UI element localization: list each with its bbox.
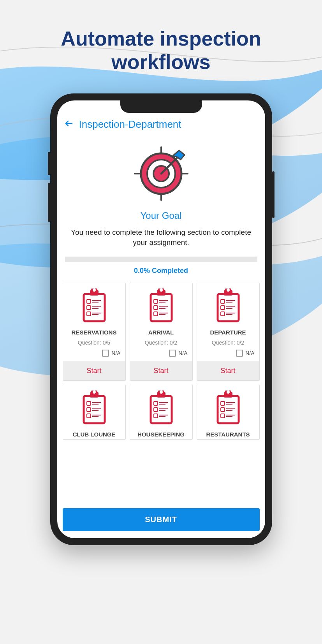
phone-side-button — [272, 171, 274, 218]
card-title: RESERVATIONS — [72, 329, 117, 336]
svg-point-49 — [92, 391, 97, 394]
clipboard-icon — [148, 289, 175, 324]
svg-point-25 — [159, 289, 164, 292]
section-card[interactable]: RESERVATIONSQuestion: 0/5 N/A Start — [63, 283, 126, 381]
submit-bar: SUBMIT — [63, 508, 260, 531]
svg-point-73 — [226, 391, 231, 394]
na-label: N/A — [178, 350, 187, 356]
section-card[interactable]: RESTAURANTS — [197, 385, 260, 440]
cards-container: RESERVATIONSQuestion: 0/5 N/A Start ARRI… — [57, 283, 265, 504]
hero-title: Automate inspection workflows — [0, 0, 322, 74]
clipboard-icon — [215, 289, 242, 324]
card-title: CLUB LOUNGE — [73, 431, 116, 439]
clipboard-icon — [215, 391, 242, 426]
card-question-count: Question: 0/2 — [145, 340, 177, 346]
card-na-row: N/A — [130, 350, 192, 361]
card-question-count: Question: 0/5 — [78, 340, 110, 346]
page-title: Inspection-Department — [79, 118, 181, 130]
card-na-row: N/A — [197, 350, 259, 361]
section-card[interactable]: CLUB LOUNGE — [63, 385, 126, 440]
na-label: N/A — [245, 350, 254, 356]
submit-button[interactable]: SUBMIT — [63, 508, 260, 531]
phone-frame: Inspection-Department Your Goal You need… — [50, 93, 272, 545]
card-na-row: N/A — [63, 350, 125, 361]
card-question-count: Question: 0/2 — [212, 340, 244, 346]
back-arrow-icon[interactable] — [64, 118, 74, 131]
card-title: HOUSEKEEPING — [137, 431, 185, 439]
na-checkbox[interactable] — [102, 350, 109, 357]
na-checkbox[interactable] — [236, 350, 243, 357]
phone-screen: Inspection-Department Your Goal You need… — [57, 100, 265, 538]
phone-notch — [120, 100, 202, 113]
na-checkbox[interactable] — [169, 350, 176, 357]
progress-bar — [65, 257, 257, 262]
hero-line2: workflows — [0, 51, 322, 74]
section-card[interactable]: HOUSEKEEPING — [130, 385, 193, 440]
cards-grid: RESERVATIONSQuestion: 0/5 N/A Start ARRI… — [63, 283, 260, 440]
goal-description: You need to complete the following secti… — [65, 227, 257, 248]
phone-side-button — [48, 152, 50, 175]
start-button[interactable]: Start — [130, 361, 192, 380]
hero-line1: Automate inspection — [0, 27, 322, 51]
goal-section: Your Goal You need to complete the follo… — [57, 135, 265, 283]
svg-point-37 — [226, 289, 231, 292]
start-button[interactable]: Start — [63, 361, 125, 380]
na-label: N/A — [111, 350, 120, 356]
card-title: ARRIVAL — [148, 329, 174, 336]
svg-point-61 — [159, 391, 164, 394]
card-title: RESTAURANTS — [206, 431, 250, 439]
section-card[interactable]: DEPARTUREQuestion: 0/2 N/A Start — [197, 283, 260, 381]
card-title: DEPARTURE — [210, 329, 246, 336]
phone-side-button — [48, 183, 50, 222]
progress-label: 0.0% Completed — [65, 267, 257, 275]
goal-label: Your Goal — [65, 210, 257, 221]
start-button[interactable]: Start — [197, 361, 259, 380]
clipboard-icon — [81, 289, 108, 324]
svg-point-13 — [92, 289, 97, 292]
clipboard-icon — [81, 391, 108, 426]
clipboard-icon — [148, 391, 175, 426]
section-card[interactable]: ARRIVALQuestion: 0/2 N/A Start — [130, 283, 193, 381]
target-icon — [134, 146, 188, 201]
